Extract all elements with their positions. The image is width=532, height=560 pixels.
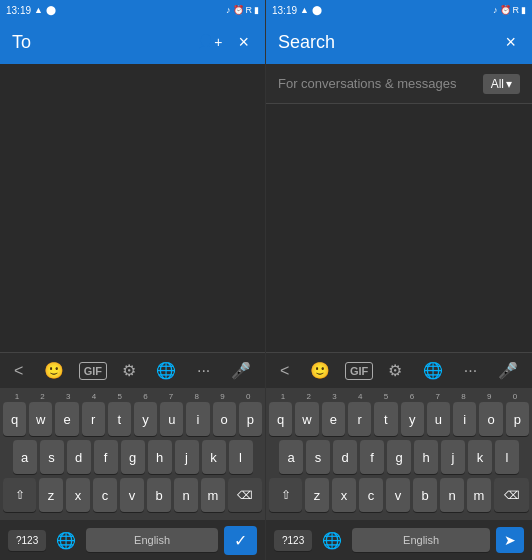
emoji-icon-left[interactable]: 🙂 <box>38 357 70 384</box>
backspace-key-left[interactable]: ⌫ <box>228 478 262 512</box>
close-button-left[interactable]: × <box>234 28 253 57</box>
key-d-left[interactable]: d <box>67 440 91 474</box>
num-6: 6 <box>133 392 159 402</box>
backspace-key-right[interactable]: ⌫ <box>494 478 529 512</box>
more-icon-right[interactable]: ··· <box>458 358 483 384</box>
space-key-left[interactable]: English <box>86 528 218 552</box>
shift-key-right[interactable]: ⇧ <box>269 478 302 512</box>
gif-button-left[interactable]: GIF <box>79 362 107 380</box>
key-m-left[interactable]: m <box>201 478 225 512</box>
settings-icon-right[interactable]: ⚙ <box>382 357 408 384</box>
key-k-left[interactable]: k <box>202 440 226 474</box>
key-a-left[interactable]: a <box>13 440 37 474</box>
back-icon-left[interactable]: < <box>8 358 29 384</box>
header-title-right: Search <box>278 32 493 53</box>
key-p-left[interactable]: p <box>239 402 262 436</box>
key-q-right[interactable]: q <box>269 402 292 436</box>
key-m-right[interactable]: m <box>467 478 491 512</box>
num-4: 4 <box>81 392 107 402</box>
key-p-right[interactable]: p <box>506 402 529 436</box>
music-icon: ♪ <box>226 5 231 15</box>
emoji-icon-right[interactable]: 🙂 <box>304 357 336 384</box>
key-z-left[interactable]: z <box>39 478 63 512</box>
key-u-right[interactable]: u <box>427 402 450 436</box>
key-x-right[interactable]: x <box>332 478 356 512</box>
key-r-left[interactable]: r <box>82 402 105 436</box>
send-key-right[interactable]: ➤ <box>496 527 524 553</box>
key-f-left[interactable]: f <box>94 440 118 474</box>
rnum-4: 4 <box>347 392 373 402</box>
key-w-left[interactable]: w <box>29 402 52 436</box>
shift-key-left[interactable]: ⇧ <box>3 478 36 512</box>
key-y-left[interactable]: y <box>134 402 157 436</box>
key-l-left[interactable]: l <box>229 440 253 474</box>
network-icon-right: R <box>513 5 520 15</box>
key-c-right[interactable]: c <box>359 478 383 512</box>
key-v-right[interactable]: v <box>386 478 410 512</box>
status-bar-right: 13:19 ▲ ⬤ ♪ ⏰ R ▮ <box>266 0 532 20</box>
num-sym-key-left[interactable]: ?123 <box>8 530 46 551</box>
key-n-right[interactable]: n <box>440 478 464 512</box>
key-e-left[interactable]: e <box>55 402 78 436</box>
key-b-left[interactable]: b <box>147 478 171 512</box>
key-a-right[interactable]: a <box>279 440 303 474</box>
add-contact-icon[interactable]: 👤+ <box>193 30 226 54</box>
key-z-right[interactable]: z <box>305 478 329 512</box>
key-o-right[interactable]: o <box>479 402 502 436</box>
search-filter-btn[interactable]: All ▾ <box>483 74 520 94</box>
key-f-right[interactable]: f <box>360 440 384 474</box>
key-i-left[interactable]: i <box>186 402 209 436</box>
rnum-0: 0 <box>502 392 528 402</box>
status-right: ♪ ⏰ R ▮ <box>226 5 259 15</box>
key-e-right[interactable]: e <box>322 402 345 436</box>
key-x-left[interactable]: x <box>66 478 90 512</box>
key-v-left[interactable]: v <box>120 478 144 512</box>
key-t-left[interactable]: t <box>108 402 131 436</box>
key-h-right[interactable]: h <box>414 440 438 474</box>
key-g-left[interactable]: g <box>121 440 145 474</box>
music-icon-right: ♪ <box>493 5 498 15</box>
key-k-right[interactable]: k <box>468 440 492 474</box>
key-r-right[interactable]: r <box>348 402 371 436</box>
check-key-left[interactable]: ✓ <box>224 526 257 555</box>
rnum-1: 1 <box>270 392 296 402</box>
settings-icon-left[interactable]: ⚙ <box>116 357 142 384</box>
key-q-left[interactable]: q <box>3 402 26 436</box>
close-button-right[interactable]: × <box>501 28 520 57</box>
translate-icon-right[interactable]: 🌐 <box>417 357 449 384</box>
key-y-right[interactable]: y <box>401 402 424 436</box>
num-sym-key-right[interactable]: ?123 <box>274 530 312 551</box>
key-o-left[interactable]: o <box>213 402 236 436</box>
globe-icon-right[interactable]: 🌐 <box>318 527 346 554</box>
content-area-right <box>266 104 532 352</box>
key-u-left[interactable]: u <box>160 402 183 436</box>
key-b-right[interactable]: b <box>413 478 437 512</box>
translate-icon-left[interactable]: 🌐 <box>150 357 182 384</box>
key-row-3-right: ⇧ z x c v b n m ⌫ <box>269 478 529 512</box>
space-key-right[interactable]: English <box>352 528 490 552</box>
key-h-left[interactable]: h <box>148 440 172 474</box>
key-n-left[interactable]: n <box>174 478 198 512</box>
signal-icon-right: ▲ <box>300 5 309 15</box>
key-row-2-left: a s d f g h j k l <box>3 440 262 474</box>
gif-button-right[interactable]: GIF <box>345 362 373 380</box>
key-s-left[interactable]: s <box>40 440 64 474</box>
key-w-right[interactable]: w <box>295 402 318 436</box>
key-j-left[interactable]: j <box>175 440 199 474</box>
mic-icon-right[interactable]: 🎤 <box>492 357 524 384</box>
globe-icon-left[interactable]: 🌐 <box>52 527 80 554</box>
key-i-right[interactable]: i <box>453 402 476 436</box>
num-row-left: 1 2 3 4 5 6 7 8 9 0 <box>3 392 262 402</box>
key-d-right[interactable]: d <box>333 440 357 474</box>
key-s-right[interactable]: s <box>306 440 330 474</box>
battery-icon: ▮ <box>254 5 259 15</box>
key-l-right[interactable]: l <box>495 440 519 474</box>
more-icon-left[interactable]: ··· <box>191 358 216 384</box>
key-c-left[interactable]: c <box>93 478 117 512</box>
back-icon-right[interactable]: < <box>274 358 295 384</box>
key-g-right[interactable]: g <box>387 440 411 474</box>
search-input-bar[interactable]: For conversations & messages All ▾ <box>266 64 532 104</box>
key-t-right[interactable]: t <box>374 402 397 436</box>
mic-icon-left[interactable]: 🎤 <box>225 357 257 384</box>
key-j-right[interactable]: j <box>441 440 465 474</box>
